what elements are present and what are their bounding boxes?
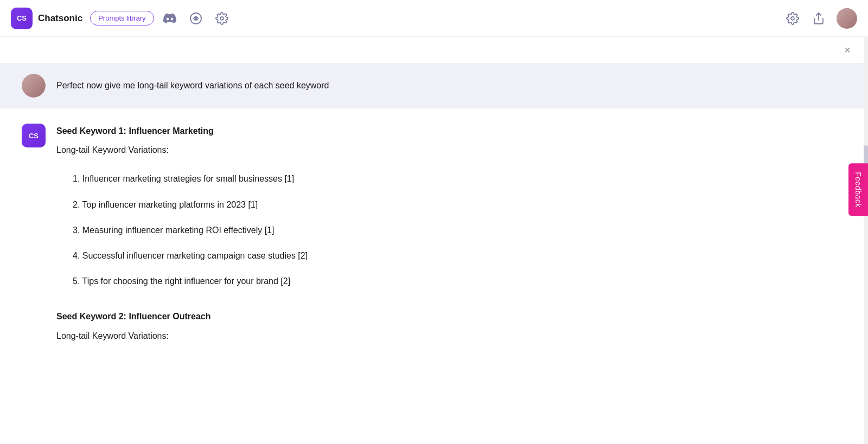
list-item: 3. Measuring influencer marketing ROI ef… <box>56 217 846 243</box>
ai-content: Seed Keyword 1: Influencer Marketing Lon… <box>56 124 846 352</box>
svg-point-2 <box>791 17 794 20</box>
list-item: 2. Top influencer marketing platforms in… <box>56 192 846 217</box>
avatar[interactable] <box>837 8 857 29</box>
seed-keyword-1-title: Seed Keyword 1: Influencer Marketing <box>56 124 846 138</box>
app-name: Chatsonic <box>38 13 82 24</box>
close-button[interactable]: × <box>840 42 855 57</box>
user-avatar <box>22 74 46 98</box>
logo-icon: CS <box>11 8 33 29</box>
header-right <box>784 8 857 29</box>
feedback-label: Feedback <box>854 172 863 207</box>
list-item: 5. Tips for choosing the right influence… <box>56 268 846 294</box>
gear-icon[interactable] <box>784 10 801 27</box>
user-message: Perfect now give me long-tail keyword va… <box>0 63 868 108</box>
ai-avatar: CS <box>22 124 46 147</box>
long-tail-label-1: Long-tail Keyword Variations: <box>56 143 846 157</box>
discord-icon[interactable] <box>162 10 178 27</box>
seed-keyword-2-title: Seed Keyword 2: Influencer Outreach <box>56 309 846 324</box>
close-area: × <box>0 37 868 63</box>
svg-point-1 <box>220 17 224 20</box>
community-icon[interactable] <box>188 10 204 27</box>
logo-container: CS Chatsonic <box>11 8 82 29</box>
list-item: 4. Successful influencer marketing campa… <box>56 243 846 268</box>
user-message-text: Perfect now give me long-tail keyword va… <box>56 74 329 92</box>
ai-message: CS Seed Keyword 1: Influencer Marketing … <box>0 108 868 367</box>
header: CS Chatsonic Prompts library <box>0 0 868 37</box>
header-left: CS Chatsonic Prompts library <box>11 8 784 29</box>
settings-icon[interactable] <box>214 10 230 27</box>
share-icon[interactable] <box>810 10 827 27</box>
scrollbar-track[interactable] <box>864 37 868 444</box>
keyword-list-1: 1. Influencer marketing strategies for s… <box>56 166 846 294</box>
feedback-tab[interactable]: Feedback <box>848 163 868 216</box>
chat-area: Perfect now give me long-tail keyword va… <box>0 63 868 378</box>
list-item: 1. Influencer marketing strategies for s… <box>56 166 846 191</box>
svg-point-0 <box>195 17 196 19</box>
header-icons <box>162 10 230 27</box>
prompts-library-button[interactable]: Prompts library <box>90 11 154 25</box>
long-tail-label-2: Long-tail Keyword Variations: <box>56 329 846 343</box>
